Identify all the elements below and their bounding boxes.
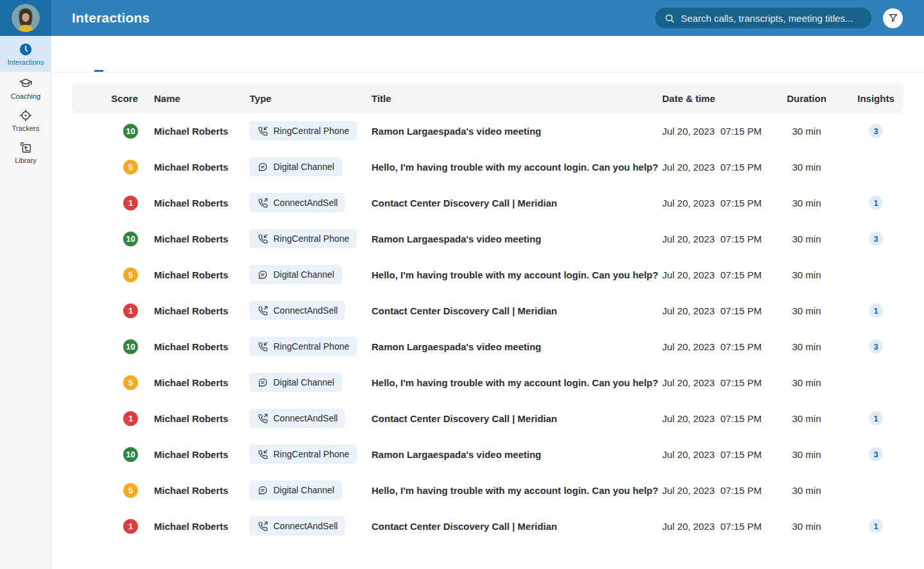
row-time: 07:15 PM — [721, 305, 762, 316]
table-row[interactable]: 10 Michael Roberts RingCentral Phone Ram… — [72, 221, 903, 257]
row-name: Michael Roberts — [154, 341, 250, 352]
phone-outgoing-icon — [257, 305, 268, 316]
row-date: Jul 20, 2023 — [662, 521, 715, 532]
row-name: Michael Roberts — [154, 162, 250, 173]
table-row[interactable]: 1 Michael Roberts ConnectAndSell Contact… — [72, 293, 903, 328]
row-date: Jul 20, 2023 — [662, 269, 715, 280]
row-datetime: Jul 20, 2023 07:15 PM — [662, 377, 765, 388]
sidebar-item-interactions[interactable]: Interactions — [0, 36, 51, 72]
row-time: 07:15 PM — [721, 234, 762, 244]
row-duration: 30 min — [765, 485, 848, 496]
row-title: Contact Center Discovery Call | Meridian — [372, 521, 662, 532]
user-avatar[interactable] — [0, 0, 51, 36]
row-name: Michael Roberts — [154, 449, 250, 460]
table-row[interactable]: 10 Michael Roberts RingCentral Phone Ram… — [72, 436, 903, 472]
table-body: 10 Michael Roberts RingCentral Phone Ram… — [72, 113, 903, 544]
interactions-table: ScoreNameTypeTitleDate & timeDurationIns… — [72, 83, 903, 544]
column-header-title: Title — [372, 93, 662, 104]
row-title: Contact Center Discovery Call | Meridian — [372, 198, 662, 208]
row-name: Michael Roberts — [154, 485, 250, 496]
row-time: 07:15 PM — [721, 269, 762, 280]
type-chip: Digital Channel — [250, 373, 342, 392]
row-title: Ramon Largaespada's video meeting — [372, 449, 662, 460]
row-datetime: Jul 20, 2023 07:15 PM — [662, 521, 765, 532]
search-input[interactable] — [681, 13, 862, 24]
column-header-score: Score — [72, 93, 154, 104]
row-name: Michael Roberts — [154, 521, 250, 532]
table-row[interactable]: 5 Michael Roberts Digital Channel Hello,… — [72, 364, 903, 400]
tab-all-interactions[interactable] — [133, 36, 137, 72]
type-chip: ConnectAndSell — [250, 301, 345, 320]
row-time: 07:15 PM — [721, 341, 762, 352]
row-time: 07:15 PM — [721, 162, 762, 173]
row-date: Jul 20, 2023 — [662, 234, 715, 244]
row-name: Michael Roberts — [154, 269, 250, 280]
insights-badge: 3 — [869, 124, 883, 138]
table-row[interactable]: 10 Michael Roberts RingCentral Phone Ram… — [72, 113, 903, 149]
table-row[interactable]: 5 Michael Roberts Digital Channel Hello,… — [72, 149, 903, 185]
phone-outgoing-icon — [257, 413, 268, 424]
row-title: Hello, I'm having trouble with my accoun… — [372, 162, 662, 173]
sidebar-item-trackers[interactable]: Trackers — [0, 104, 51, 136]
score-badge: 5 — [123, 483, 138, 498]
row-duration: 30 min — [765, 521, 848, 532]
row-duration: 30 min — [765, 126, 848, 137]
chat-bubble-icon — [257, 377, 268, 388]
row-title: Hello, I'm having trouble with my accoun… — [372, 377, 662, 388]
row-name: Michael Roberts — [154, 305, 250, 316]
sidebar-item-library[interactable]: Library — [0, 136, 51, 168]
row-duration: 30 min — [765, 377, 848, 388]
table-row[interactable]: 10 Michael Roberts RingCentral Phone Ram… — [72, 328, 903, 364]
score-badge: 5 — [123, 160, 138, 174]
row-datetime: Jul 20, 2023 07:15 PM — [662, 198, 765, 208]
row-title: Hello, I'm having trouble with my accoun… — [372, 485, 662, 496]
search-bar[interactable] — [655, 8, 871, 28]
type-chip: RingCentral Phone — [250, 445, 357, 464]
row-datetime: Jul 20, 2023 07:15 PM — [662, 269, 765, 280]
table-row[interactable]: 1 Michael Roberts ConnectAndSell Contact… — [72, 185, 903, 221]
row-time: 07:15 PM — [721, 521, 762, 532]
clock-icon — [19, 42, 33, 56]
column-header-duration: Duration — [765, 93, 848, 104]
tab-my-review-list[interactable] — [75, 36, 79, 72]
row-date: Jul 20, 2023 — [662, 413, 715, 424]
filter-button[interactable] — [883, 8, 903, 28]
row-title: Ramon Largaespada's video meeting — [372, 341, 662, 352]
row-duration: 30 min — [765, 198, 848, 208]
table-row[interactable]: 1 Michael Roberts ConnectAndSell Contact… — [72, 400, 903, 436]
row-duration: 30 min — [765, 341, 848, 352]
chat-bubble-icon — [257, 269, 268, 280]
table-row[interactable]: 1 Michael Roberts ConnectAndSell Contact… — [72, 508, 903, 544]
column-header-name: Name — [154, 93, 250, 104]
app-window: Interactions Interactions — [0, 0, 924, 569]
row-duration: 30 min — [765, 234, 848, 244]
type-chip: ConnectAndSell — [250, 409, 345, 428]
library-icon — [19, 140, 33, 155]
row-datetime: Jul 20, 2023 07:15 PM — [662, 162, 765, 173]
tab-my-interactions[interactable] — [94, 36, 98, 72]
type-chip-label: Digital Channel — [273, 269, 334, 280]
type-chip-label: Digital Channel — [273, 377, 334, 387]
type-chip: RingCentral Phone — [250, 121, 357, 140]
row-datetime: Jul 20, 2023 07:15 PM — [662, 305, 765, 316]
row-title: Ramon Largaespada's video meeting — [372, 234, 662, 244]
type-chip-label: Digital Channel — [273, 485, 334, 495]
row-name: Michael Roberts — [154, 198, 250, 208]
table-row[interactable]: 5 Michael Roberts Digital Channel Hello,… — [72, 472, 903, 508]
phone-outgoing-icon — [257, 198, 268, 208]
tab-team-interactions[interactable] — [114, 36, 117, 72]
row-name: Michael Roberts — [154, 377, 250, 388]
phone-incoming-icon — [257, 341, 268, 352]
insights-badge: 3 — [869, 232, 883, 246]
row-title: Ramon Largaespada's video meeting — [372, 126, 662, 137]
row-time: 07:15 PM — [721, 413, 762, 424]
sidebar-item-label: Coaching — [11, 92, 40, 100]
row-duration: 30 min — [765, 269, 848, 280]
type-chip: ConnectAndSell — [250, 516, 345, 536]
column-header-date-time: Date & time — [662, 93, 765, 104]
row-date: Jul 20, 2023 — [662, 198, 715, 208]
row-name: Michael Roberts — [154, 234, 250, 244]
table-row[interactable]: 5 Michael Roberts Digital Channel Hello,… — [72, 257, 903, 293]
sidebar-item-coaching[interactable]: Coaching — [0, 72, 51, 104]
row-duration: 30 min — [765, 305, 848, 316]
